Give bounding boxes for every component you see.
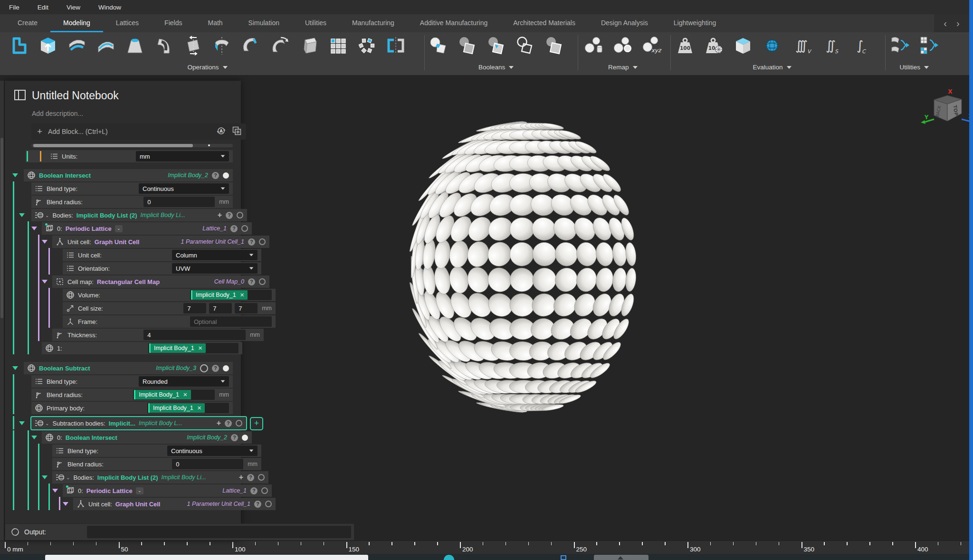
help-icon[interactable]: ?: [247, 474, 254, 481]
auto-name-icon[interactable]: A: [217, 126, 226, 137]
expander-icon[interactable]: [19, 213, 25, 217]
block-type-link[interactable]: Periodic Lattice: [86, 487, 133, 494]
add-block-input[interactable]: + Add Block... (Ctrl+L) A: [31, 123, 246, 140]
help-icon[interactable]: ?: [250, 487, 258, 494]
help-icon[interactable]: ?: [248, 278, 255, 285]
input-cell-size[interactable]: 7: [209, 303, 232, 313]
remap-cartesian-icon[interactable]: xyz: [641, 35, 662, 56]
dropdown-blend-type-[interactable]: Continuous: [139, 183, 229, 194]
taper-body-icon[interactable]: [124, 35, 145, 56]
reference-chip[interactable]: Implicit Body_1✕: [134, 390, 191, 399]
tab-fields[interactable]: Fields: [152, 14, 195, 32]
bottom-blue-icon[interactable]: [561, 555, 566, 560]
help-icon[interactable]: ?: [226, 212, 233, 219]
block-instance-name[interactable]: Cell Map_0: [214, 278, 244, 285]
chevron-down-icon[interactable]: ⌄: [45, 421, 49, 426]
visibility-off-icon[interactable]: [259, 238, 266, 245]
block-instance-name[interactable]: Lattice_1: [202, 225, 227, 232]
input-blend-radius-[interactable]: 0: [143, 197, 215, 207]
expander-icon[interactable]: [12, 366, 18, 370]
tab-scroll-right-icon[interactable]: ›: [956, 19, 960, 28]
expander-icon[interactable]: [42, 475, 48, 479]
tab-math[interactable]: Math: [195, 14, 235, 32]
menu-item-window[interactable]: Window: [89, 0, 130, 14]
expander-icon[interactable]: [31, 436, 37, 439]
shear-body-icon[interactable]: [182, 35, 203, 56]
panel-scrollbar[interactable]: [0, 81, 4, 541]
remove-chip-icon[interactable]: ✕: [197, 405, 202, 411]
toolbar-group-label-remap[interactable]: Remap: [608, 64, 638, 71]
expander-icon[interactable]: [63, 502, 68, 506]
tab-utilities[interactable]: Utilities: [292, 14, 339, 32]
linear-array-icon[interactable]: [327, 35, 348, 56]
bottom-up-button[interactable]: [594, 555, 649, 560]
expander-icon[interactable]: [52, 489, 58, 493]
tab-lightweighting[interactable]: Lightweighting: [661, 14, 729, 32]
panel-horizontal-scrollbar[interactable]: [31, 144, 233, 147]
mirror-body-icon[interactable]: [385, 35, 406, 56]
block-type-link[interactable]: Boolean Intersect: [39, 172, 91, 179]
block-swap-dropdown-icon[interactable]: ⌄: [136, 487, 143, 494]
list-summary-link[interactable]: Implicit Body List (2): [97, 474, 158, 481]
visibility-on-icon[interactable]: [223, 365, 229, 371]
push-pull-cube-icon[interactable]: [38, 35, 58, 56]
remap-spherical-icon[interactable]: [612, 35, 633, 56]
block-type-link[interactable]: Periodic Lattice: [66, 225, 112, 232]
remap-cylindrical-icon[interactable]: [583, 35, 604, 56]
tab-create[interactable]: Create: [5, 14, 50, 32]
shell-body-icon[interactable]: [153, 35, 174, 56]
view-cube[interactable]: X BACK TOP Y Z: [921, 87, 973, 130]
tab-manufacturing[interactable]: Manufacturing: [339, 14, 407, 32]
reference-input[interactable]: Implicit Body_1✕: [147, 403, 229, 413]
input-cell-size[interactable]: 7: [235, 303, 258, 313]
toolbar-group-label-evaluation[interactable]: Evaluation: [753, 64, 792, 71]
visibility-off-icon[interactable]: [236, 420, 242, 427]
duplicate-block-icon[interactable]: [232, 126, 241, 137]
menu-item-view[interactable]: View: [57, 0, 89, 14]
add-item-icon[interactable]: +: [218, 211, 222, 219]
block-instance-name[interactable]: 1 Parameter Unit Cell_1: [181, 238, 244, 245]
measure-mass-icon[interactable]: 100: [675, 35, 696, 56]
dropdown-unit-cell-[interactable]: Column: [172, 250, 258, 260]
chevron-down-icon[interactable]: ⌄: [45, 213, 49, 218]
add-item-icon[interactable]: +: [239, 473, 243, 482]
merge-blocks-icon[interactable]: [918, 35, 939, 56]
toolbar-group-label-utilities[interactable]: Utilities: [900, 64, 929, 71]
block-type-link[interactable]: Rectangular Cell Map: [97, 278, 160, 285]
reference-chip[interactable]: Implicit Body_1✕: [191, 290, 248, 300]
block-type-link[interactable]: Boolean Subtract: [39, 365, 90, 372]
help-icon[interactable]: ?: [225, 420, 232, 427]
circular-array-icon[interactable]: [356, 35, 377, 56]
visibility-off-icon[interactable]: [241, 225, 248, 232]
list-summary-link[interactable]: Implicit Body List (2): [76, 212, 137, 219]
add-item-icon[interactable]: +: [217, 419, 221, 427]
boolean-trim-icon[interactable]: [515, 35, 535, 56]
help-icon[interactable]: ?: [254, 501, 261, 508]
block-instance-name[interactable]: Implicit Body_3: [156, 365, 196, 371]
output-input[interactable]: [87, 526, 351, 538]
inspect-lattice-icon[interactable]: [762, 35, 782, 56]
skew-body-icon[interactable]: [298, 35, 319, 56]
expander-icon[interactable]: [12, 173, 18, 177]
bottom-input[interactable]: [45, 555, 368, 560]
visibility-off-icon[interactable]: [265, 501, 272, 507]
visibility-off-icon[interactable]: [261, 487, 268, 494]
input-cell-size[interactable]: 7: [183, 303, 206, 313]
remove-chip-icon[interactable]: ✕: [240, 292, 245, 298]
dropdown-blend-type-[interactable]: Rounded: [139, 376, 229, 387]
block-instance-name[interactable]: Implicit Body_2: [168, 172, 208, 179]
tab-additive-manufacturing[interactable]: Additive Manufacturing: [407, 14, 500, 32]
tab-simulation[interactable]: Simulation: [236, 14, 292, 32]
revolve-body-icon[interactable]: [211, 35, 232, 56]
visibility-on-icon[interactable]: [223, 172, 229, 179]
help-icon[interactable]: ?: [230, 225, 238, 232]
measure-lattice-mass-icon[interactable]: 10: [704, 35, 725, 56]
inspect-body-icon[interactable]: [733, 35, 754, 56]
twist-body-icon[interactable]: [269, 35, 290, 56]
surface-integral-icon[interactable]: ∫∫S: [820, 35, 840, 56]
input-blend-radius-[interactable]: 0: [172, 459, 243, 469]
input-optional[interactable]: Optional: [190, 316, 272, 327]
add-subtraction-body-button[interactable]: +: [250, 417, 263, 430]
reference-chip[interactable]: Implicit Body_1✕: [148, 403, 205, 413]
chevron-down-icon[interactable]: ⌄: [66, 475, 70, 480]
